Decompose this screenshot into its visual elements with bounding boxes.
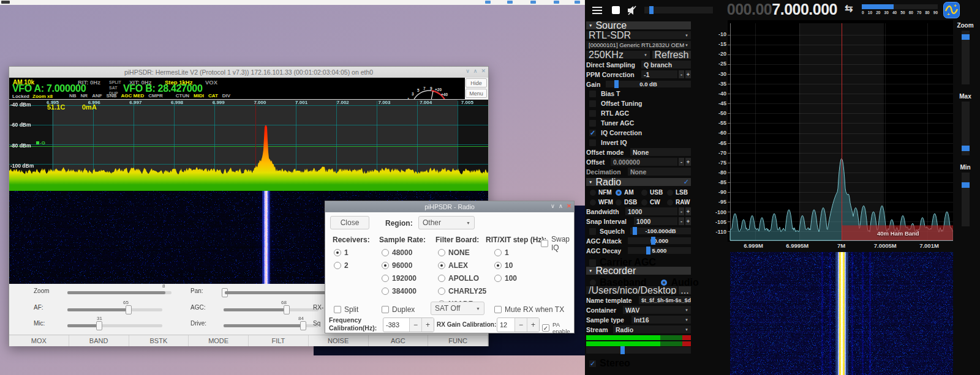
plus-button[interactable]: + (685, 217, 691, 225)
receivers-radio[interactable]: 2 (334, 261, 349, 270)
filter-board-radio[interactable]: NONE (438, 248, 486, 257)
mode-radio[interactable]: USB (641, 189, 667, 196)
receivers-radio[interactable]: 1 (334, 248, 349, 257)
filter-board-radio[interactable]: ALEX (438, 261, 486, 270)
ritxit-radio[interactable]: 100 (494, 273, 517, 283)
zoom-vertical-slider[interactable] (962, 31, 970, 84)
volume-slider[interactable] (644, 7, 713, 13)
minus-button[interactable]: - (679, 70, 684, 78)
plus-button[interactable]: + (421, 318, 434, 332)
filter-board-radio[interactable]: CHARLY25 (438, 286, 486, 295)
mode-radio[interactable]: WFM (590, 199, 616, 206)
rx-gain-spinbox[interactable]: 12 − + (497, 317, 540, 332)
recorder-volume-slider[interactable] (586, 347, 691, 354)
mode-radio[interactable]: CW (641, 199, 667, 206)
plus-button[interactable]: + (527, 318, 539, 332)
decimation-dropdown[interactable]: None (628, 168, 691, 176)
sdrpp-spectrum[interactable] (728, 20, 953, 242)
mode-radio[interactable]: LSB (667, 189, 693, 196)
split-checkbox[interactable]: Split (334, 305, 358, 314)
minus-button[interactable]: - (679, 158, 684, 166)
module-enabled-check[interactable]: ✓ (684, 178, 689, 186)
hide-button[interactable]: Hide (466, 78, 487, 87)
plus-button[interactable]: + (685, 207, 691, 215)
browse-button[interactable]: ... (679, 286, 691, 294)
mode-radio[interactable]: AM (616, 189, 641, 196)
stream-dropdown[interactable]: Radio▼ (613, 325, 691, 333)
radio-section-header[interactable]: ▼Radio✓ (586, 178, 691, 186)
agc-slider[interactable] (224, 308, 318, 311)
radio-dialog-titlebar[interactable]: piHPSDR - Radio ∨ ∧ ✕ (325, 201, 574, 212)
bandwidth-input[interactable]: 1000 (625, 207, 677, 215)
offset-input[interactable]: 0.000000 (611, 158, 677, 166)
offset-mode-dropdown[interactable]: None (630, 148, 691, 156)
samplerate-dropdown[interactable]: 250KHz▼ (586, 51, 650, 59)
sdrpp-waterfall[interactable] (730, 252, 953, 375)
source-checkbox[interactable]: Invert IQ (589, 139, 642, 146)
menu-button[interactable]: Menu (466, 89, 487, 98)
sat-mode-dropdown[interactable]: SAT Off▼ (431, 302, 484, 315)
name-template-input[interactable]: $t_$f_$h-$m-$s_$d-$M-$y (639, 296, 691, 304)
shade-icon[interactable]: ∨ (551, 202, 555, 209)
mute-button[interactable] (625, 3, 640, 17)
ppm-input[interactable]: -1 (641, 70, 677, 78)
close-icon[interactable]: ✕ (481, 68, 486, 74)
restore-icon[interactable]: ∧ (473, 68, 478, 74)
squelch-slider[interactable]: -100.000dB (630, 228, 691, 234)
vox-status[interactable]: VOX (205, 79, 217, 86)
toolbar-button[interactable]: MODE (189, 335, 249, 346)
minus-button[interactable]: − (409, 318, 421, 332)
agc-line-marker[interactable]: -G (36, 140, 45, 146)
sample-rate-radio[interactable]: 48000 (382, 248, 417, 257)
max-vertical-slider[interactable] (962, 102, 970, 155)
toolbar-button[interactable]: BAND (69, 335, 129, 346)
swap-icon[interactable]: ⇆ (845, 2, 853, 14)
sample-rate-radio[interactable]: 192000 (382, 273, 417, 283)
restore-icon[interactable]: ∧ (559, 202, 563, 209)
toolbar-button[interactable]: FILT (249, 335, 309, 346)
source-driver-dropdown[interactable]: RTL-SDR▼ (586, 31, 691, 39)
shade-icon[interactable]: ∨ (466, 68, 470, 74)
close-icon[interactable]: ✕ (567, 202, 571, 209)
agc-decay-slider[interactable]: 5.000 (628, 247, 691, 254)
menu-toggle-button[interactable] (590, 3, 605, 17)
source-checkbox[interactable]: Tuner AGC (589, 119, 642, 127)
minus-button[interactable]: - (679, 207, 684, 215)
sample-rate-radio[interactable]: 96000 (382, 261, 417, 270)
plus-button[interactable]: + (685, 70, 691, 78)
pihpsdr-titlebar[interactable]: piHPSDR: HermesLite V2 (Protocol 1 v7.3)… (9, 67, 488, 78)
gain-slider[interactable]: 0.0 dB (606, 81, 691, 87)
plus-button[interactable]: + (685, 158, 691, 166)
recorder-section-header[interactable]: ▼Recorder (586, 267, 691, 275)
sample-rate-radio[interactable]: 384000 (382, 286, 417, 295)
sample-type-dropdown[interactable]: Int16▼ (631, 316, 691, 324)
source-checkbox[interactable]: RTL AGC (589, 110, 642, 117)
sat-flag[interactable]: SAT (109, 86, 117, 90)
pa-enable-checkbox[interactable]: ✓PA enable (542, 321, 574, 335)
mode-radio[interactable]: RAW (667, 199, 693, 206)
freq-cal-spinbox[interactable]: -383 − + (383, 317, 434, 332)
toolbar-button[interactable]: NOISE (309, 335, 369, 346)
drive-slider[interactable] (224, 324, 318, 327)
panadapter-canvas[interactable] (9, 100, 488, 191)
rx-gain-value[interactable]: 12 (497, 318, 514, 332)
toolbar-button[interactable]: FUNC (428, 335, 488, 346)
filter-board-radio[interactable]: APOLLO (438, 273, 486, 283)
mode-radio[interactable]: NFM (590, 189, 616, 196)
zoom-slider[interactable] (67, 291, 172, 294)
container-dropdown[interactable]: WAV▼ (623, 306, 691, 314)
agc-attack-slider[interactable]: 50.000 (628, 237, 691, 244)
ritxit-radio[interactable]: 1 (494, 248, 517, 257)
refresh-button[interactable]: Refresh (652, 51, 691, 59)
toolbar-button[interactable]: AGC (369, 335, 429, 346)
toolbar-button[interactable]: BSTK (129, 335, 189, 346)
mode-radio[interactable]: DSB (616, 199, 641, 206)
freq-cal-value[interactable]: -383 (383, 318, 409, 332)
duplex-checkbox[interactable]: Duplex (382, 305, 415, 314)
source-device-dropdown[interactable]: [00000101] Generic RTL2832U OEM▼ (586, 41, 691, 49)
squelch-checkbox[interactable]: Squelch (589, 228, 625, 235)
source-checkbox[interactable]: Offset Tuning (589, 100, 642, 107)
minus-button[interactable]: - (679, 217, 684, 225)
stereo-checkbox[interactable]: ✓Stereo (589, 358, 630, 369)
ritxit-radio[interactable]: 10 (494, 261, 517, 270)
